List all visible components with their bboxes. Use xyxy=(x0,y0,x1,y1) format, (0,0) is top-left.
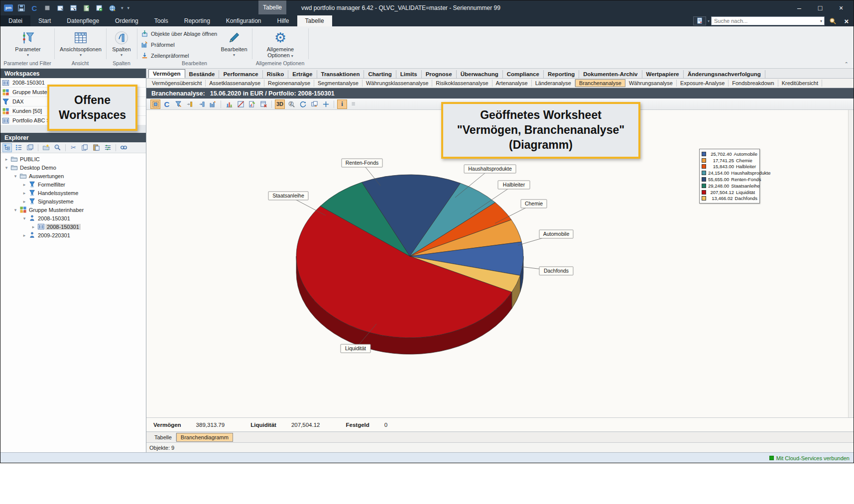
tab-prognose[interactable]: Prognose xyxy=(422,70,457,78)
chevron-right-icon[interactable]: ▸ xyxy=(21,233,27,238)
menu-item-start[interactable]: Start xyxy=(30,15,59,26)
column-out-icon[interactable] xyxy=(196,100,206,109)
table-settings-icon[interactable] xyxy=(94,3,104,13)
parameter-button[interactable]: Parameter ▾ xyxy=(7,29,48,57)
filter-edit-icon[interactable] xyxy=(173,100,183,109)
search-icon[interactable] xyxy=(826,16,839,25)
tree-item-2008-150301[interactable]: ▾2008-150301 xyxy=(0,214,146,222)
export-chart-icon[interactable] xyxy=(309,100,319,109)
chart-report-icon[interactable] xyxy=(247,100,257,109)
rotate-icon[interactable] xyxy=(298,100,308,109)
vertical-scrollbar[interactable] xyxy=(848,110,854,417)
tree-item-desktop-demo[interactable]: ▾Desktop Demo xyxy=(0,163,146,172)
chart-bars-icon[interactable] xyxy=(224,100,234,109)
tab-verm-gen[interactable]: Vermögen xyxy=(148,69,185,78)
menu-item-hilfe[interactable]: Hilfe xyxy=(269,15,297,26)
menu-item-datei[interactable]: Datei xyxy=(0,15,30,26)
chevron-right-icon[interactable]: ▸ xyxy=(3,157,9,162)
tab-performance[interactable]: Performance xyxy=(219,70,262,78)
tree-item-2008-150301[interactable]: ▸2008-150301 xyxy=(0,222,146,231)
maximize-button[interactable]: □ xyxy=(810,0,831,15)
subtab-verm-gens-bersicht[interactable]: Vermögensübersicht xyxy=(148,80,206,87)
pm-logo-icon[interactable]: pm xyxy=(3,3,13,13)
chevron-down-icon[interactable]: ▾ xyxy=(21,216,27,221)
subtab-artenanalyse[interactable]: Artenanalyse xyxy=(492,80,532,87)
column-formula-icon[interactable] xyxy=(208,100,218,109)
tab-reporting[interactable]: Reporting xyxy=(544,70,579,78)
bottom-tab-branchendiagramm[interactable]: Branchendiagramm xyxy=(176,433,233,442)
subtab-assetklassenanalyse[interactable]: Assetklassenanalyse xyxy=(206,80,264,87)
chevron-right-icon[interactable]: ▸ xyxy=(21,191,27,196)
flat-view-icon[interactable] xyxy=(25,143,35,152)
tree-view-icon[interactable] xyxy=(2,143,12,152)
menu-item-tabelle[interactable]: Tabelle xyxy=(297,15,332,26)
tab--berwachung[interactable]: Überwachung xyxy=(457,70,503,78)
subtab-fondsbreakdown[interactable]: Fondsbreakdown xyxy=(729,80,778,87)
chevron-right-icon[interactable]: ▸ xyxy=(21,182,27,187)
cut-icon[interactable]: ✂ xyxy=(69,143,78,152)
tree-item-signalsysteme[interactable]: ▸Signalsysteme xyxy=(0,197,146,205)
subtab-branchenanalyse[interactable]: Branchenanalyse xyxy=(575,79,625,87)
new-folder-icon[interactable] xyxy=(41,143,51,152)
select-chart-icon[interactable] xyxy=(150,100,160,109)
delete-icon[interactable] xyxy=(258,100,268,109)
chevron-right-icon[interactable]: ▸ xyxy=(21,199,27,204)
stop-icon[interactable] xyxy=(42,3,52,13)
report-icon[interactable] xyxy=(693,16,706,25)
tab-best-nde[interactable]: Bestände xyxy=(185,70,220,78)
allgemeine-optionen-button[interactable]: ⚙ Allgemeine Optionen ▾ xyxy=(255,29,305,58)
refresh-icon[interactable]: C xyxy=(29,3,39,13)
qat-customize-caret[interactable]: ▾ xyxy=(127,5,130,10)
ribbon-collapse-icon[interactable]: ⌃ xyxy=(845,61,849,67)
copy-icon[interactable] xyxy=(80,143,90,152)
tree-item-formelfilter[interactable]: ▸Formelfilter xyxy=(0,180,146,189)
subtab-regionenanalyse[interactable]: Regionenanalyse xyxy=(264,80,314,87)
subtab-w-hrungsanalyse[interactable]: Währungsanalyse xyxy=(625,80,677,87)
chevron-down-icon[interactable]: ▾ xyxy=(12,174,18,179)
save-icon[interactable] xyxy=(16,3,26,13)
chart-slash-icon[interactable] xyxy=(236,100,245,109)
tab-wertpapiere[interactable]: Wertpapiere xyxy=(642,70,684,78)
tree-item-2009-220301[interactable]: ▸2009-220301 xyxy=(0,231,146,239)
qat-dropdown-caret[interactable]: ▾ xyxy=(121,5,123,10)
list-view-icon[interactable] xyxy=(14,143,23,152)
menu-item-tools[interactable]: Tools xyxy=(146,15,176,26)
menu-item-datenpflege[interactable]: Datenpflege xyxy=(59,15,107,26)
close-button[interactable]: × xyxy=(831,0,852,15)
report-dropdown-caret[interactable]: ▾ xyxy=(708,19,710,23)
subtab-segmentanalyse[interactable]: Segmentanalyse xyxy=(314,80,363,87)
notebook-icon[interactable] xyxy=(81,3,91,13)
tab-transaktionen[interactable]: Transaktionen xyxy=(317,70,365,78)
refresh-icon[interactable]: C xyxy=(162,100,172,109)
table-select-icon[interactable] xyxy=(68,3,78,13)
crosshair-icon[interactable] xyxy=(321,100,331,109)
tree-item-auswertungen[interactable]: ▾Auswertungen xyxy=(0,172,146,180)
chevron-right-icon[interactable]: ▸ xyxy=(30,224,36,229)
close-search-icon[interactable]: × xyxy=(841,17,853,25)
ansichtsoptionen-button[interactable]: Ansichtsoptionen ▾ xyxy=(56,29,105,57)
subtab-w-hrungsklassenanalyse[interactable]: Währungsklassenanalyse xyxy=(363,80,432,87)
column-in-icon[interactable] xyxy=(185,100,195,109)
tab-dokumenten-archiv[interactable]: Dokumenten-Archiv xyxy=(579,70,642,78)
chevron-down-icon[interactable]: ▾ xyxy=(3,165,9,170)
menu-item-konfiguration[interactable]: Konfiguration xyxy=(218,15,269,26)
menu-item-ordering[interactable]: Ordering xyxy=(107,15,146,26)
ribbon-item-objekte-ber-ablage-ffnen[interactable]: Objekte über Ablage öffnen xyxy=(141,29,217,38)
tree-item-gruppe-musterinhaber[interactable]: ▾Gruppe Musterinhaber xyxy=(0,205,146,214)
menu-item-reporting[interactable]: Reporting xyxy=(176,15,218,26)
zoom-z-icon[interactable]: Z xyxy=(286,100,296,109)
open-table-icon[interactable] xyxy=(55,3,65,13)
ribbon-item-zeilenpr-formel[interactable]: Zeilenpräformel xyxy=(141,51,217,60)
search-dropdown-caret[interactable]: ▾ xyxy=(820,19,824,23)
web-export-icon[interactable] xyxy=(107,3,117,13)
threed-toggle[interactable]: 3D xyxy=(275,100,285,109)
search-icon[interactable] xyxy=(53,143,62,152)
tab-ertr-ge[interactable]: Erträge xyxy=(288,70,317,78)
subtab-exposure-analyse[interactable]: Exposure-Analyse xyxy=(677,80,729,87)
subtab-kredit-bersicht[interactable]: Kreditübersicht xyxy=(778,80,822,87)
bottom-tab-tabelle[interactable]: Tabelle xyxy=(150,433,176,441)
filter-settings-icon[interactable] xyxy=(103,143,113,152)
tab-compliance[interactable]: Compliance xyxy=(503,70,544,78)
bearbeiten-button[interactable]: Bearbeiten ▾ xyxy=(219,29,249,57)
tab-charting[interactable]: Charting xyxy=(364,70,396,78)
